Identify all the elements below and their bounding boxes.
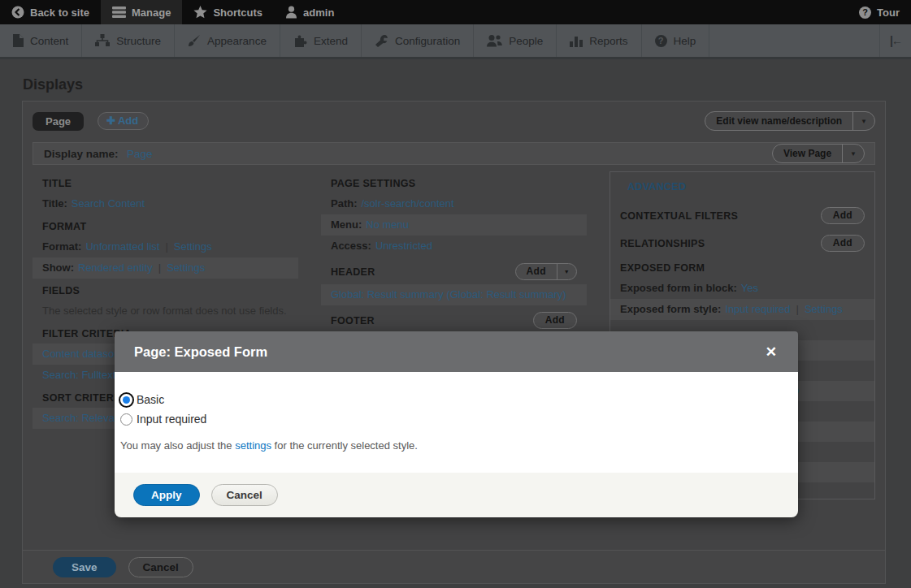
- menu-value-link[interactable]: No menu: [366, 218, 409, 231]
- access-row: Access:Unrestricted: [321, 236, 587, 257]
- shortcuts-button[interactable]: Shortcuts: [182, 0, 274, 24]
- menu-item-label: Extend: [314, 35, 348, 47]
- display-name-bar: Display name: Page View Page: [33, 142, 875, 165]
- admin-toolbar: Back to site Manage Shortcuts admin Tour: [0, 0, 911, 24]
- settings-link[interactable]: settings: [235, 439, 271, 452]
- section-format-header: FORMAT: [33, 214, 298, 236]
- back-arrow-icon: [11, 6, 24, 19]
- page-title: Displays: [23, 76, 911, 93]
- access-label: Access:: [331, 240, 371, 252]
- section-fields-header: FIELDS: [33, 279, 298, 300]
- user-icon: [285, 6, 297, 19]
- menu-item-help[interactable]: Help: [642, 24, 710, 57]
- exposed-style-link[interactable]: Input required: [725, 303, 790, 315]
- chevron-down-icon[interactable]: [852, 112, 874, 130]
- fields-note-row: The selected style or row format does no…: [33, 300, 298, 322]
- puzzle-icon: [293, 34, 307, 47]
- wrench-icon: [375, 34, 388, 47]
- edit-view-name-button[interactable]: Edit view name/description: [705, 111, 875, 131]
- modal-close-icon[interactable]: ✕: [766, 345, 777, 359]
- admin-menu-tray: Content Structure Appearance Extend Conf…: [0, 24, 911, 59]
- section-page-settings-header: PAGE SETTINGS: [321, 171, 587, 193]
- menu-item-label: Appearance: [207, 35, 267, 47]
- menu-item-label: Reports: [589, 35, 627, 47]
- menu-item-content[interactable]: Content: [0, 24, 82, 57]
- pipe-separator: [158, 262, 161, 274]
- modal-footer: Apply Cancel: [115, 473, 798, 517]
- advanced-toggle-link[interactable]: ADVANCED: [610, 172, 874, 201]
- paintbrush-icon: [188, 34, 201, 47]
- display-tabs-row: Page ✚Add Edit view name/description: [23, 102, 885, 131]
- show-row: Show:Rendered entitySettings: [33, 257, 298, 279]
- modal-cancel-button[interactable]: Cancel: [211, 484, 278, 506]
- relationships-add-button[interactable]: Add: [821, 235, 865, 252]
- menu-item-extend[interactable]: Extend: [280, 24, 362, 57]
- radio-basic-label: Basic: [137, 393, 164, 406]
- section-footer-header: FOOTER Add: [321, 305, 587, 333]
- menu-item-people[interactable]: People: [474, 24, 557, 57]
- exposed-style-label: Exposed form style:: [620, 303, 721, 315]
- menu-item-label: People: [509, 35, 543, 47]
- section-relationships-header: RELATIONSHIPS Add: [610, 228, 874, 256]
- back-to-site-button[interactable]: Back to site: [0, 0, 101, 24]
- modal-note: You may also adjust the settings for the…: [120, 439, 782, 452]
- exposed-in-block-link[interactable]: Yes: [741, 282, 758, 294]
- exposed-form-modal: Page: Exposed Form ✕ Basic Input require…: [115, 331, 798, 517]
- view-page-label: View Page: [773, 145, 842, 162]
- tour-question-icon: [859, 6, 871, 19]
- tab-page-display[interactable]: Page: [33, 112, 84, 131]
- chevron-down-icon[interactable]: [842, 145, 864, 162]
- back-to-site-label: Back to site: [30, 6, 89, 19]
- radio-option-basic[interactable]: Basic: [120, 393, 782, 406]
- radio-basic-input[interactable]: [119, 392, 134, 408]
- show-value-link[interactable]: Rendered entity: [78, 262, 153, 274]
- path-value-link[interactable]: /solr-search/content: [362, 197, 454, 210]
- modal-title: Page: Exposed Form: [134, 344, 267, 360]
- modal-body: Basic Input required You may also adjust…: [115, 372, 798, 473]
- menu-item-label: Help: [674, 35, 696, 47]
- access-value-link[interactable]: Unrestricted: [375, 240, 432, 252]
- exposed-in-block-label: Exposed form in block:: [620, 282, 737, 294]
- radio-option-input-required[interactable]: Input required: [120, 413, 782, 426]
- show-settings-link[interactable]: Settings: [167, 262, 205, 274]
- title-label: Title:: [42, 197, 67, 210]
- cancel-button[interactable]: Cancel: [128, 557, 193, 577]
- title-value-link[interactable]: Search Content: [72, 197, 145, 210]
- plus-icon: ✚: [106, 115, 115, 127]
- apply-button[interactable]: Apply: [133, 484, 200, 506]
- radio-input-required-input[interactable]: [120, 413, 132, 426]
- menu-item-appearance[interactable]: Appearance: [175, 24, 280, 57]
- exposed-form-in-block-row: Exposed form in block:Yes: [610, 278, 874, 299]
- chevron-down-icon[interactable]: [557, 264, 576, 279]
- display-name-label: Display name:: [44, 148, 119, 160]
- footer-add-button[interactable]: Add: [533, 312, 577, 329]
- menu-row: Menu:No menu: [321, 214, 587, 236]
- menu-label: Menu:: [331, 218, 362, 231]
- exposed-style-settings-link[interactable]: Settings: [805, 303, 843, 315]
- menu-item-structure[interactable]: Structure: [82, 24, 175, 57]
- toolbar-orientation-toggle[interactable]: |←: [880, 24, 911, 57]
- add-display-button[interactable]: ✚Add: [98, 112, 149, 130]
- section-exposed-form-header: EXPOSED FORM: [610, 256, 874, 278]
- format-settings-link[interactable]: Settings: [174, 240, 212, 253]
- show-label: Show:: [42, 262, 74, 274]
- header-global-row: Global: Result summary (Global: Result s…: [321, 284, 587, 305]
- header-add-button[interactable]: Add: [515, 263, 577, 280]
- header-result-summary-link[interactable]: Global: Result summary (Global: Result s…: [331, 288, 566, 300]
- tour-label: Tour: [877, 6, 900, 19]
- menu-item-reports[interactable]: Reports: [557, 24, 641, 57]
- admin-user-button[interactable]: admin: [274, 0, 345, 24]
- manage-menu-button[interactable]: Manage: [101, 0, 182, 24]
- add-display-label: Add: [118, 115, 138, 127]
- hamburger-icon: [112, 6, 126, 18]
- view-page-button[interactable]: View Page: [772, 144, 865, 163]
- display-name-value-link[interactable]: Page: [127, 148, 153, 160]
- format-value-link[interactable]: Unformatted list: [85, 240, 159, 253]
- tour-button[interactable]: Tour: [848, 0, 911, 24]
- title-row: Title:Search Content: [33, 193, 298, 214]
- section-contextual-filters-header: CONTEXTUAL FILTERS Add: [610, 201, 874, 228]
- save-button[interactable]: Save: [53, 557, 116, 577]
- contextual-filters-add-button[interactable]: Add: [821, 207, 865, 224]
- header-add-label: Add: [516, 264, 557, 279]
- menu-item-configuration[interactable]: Configuration: [362, 24, 474, 57]
